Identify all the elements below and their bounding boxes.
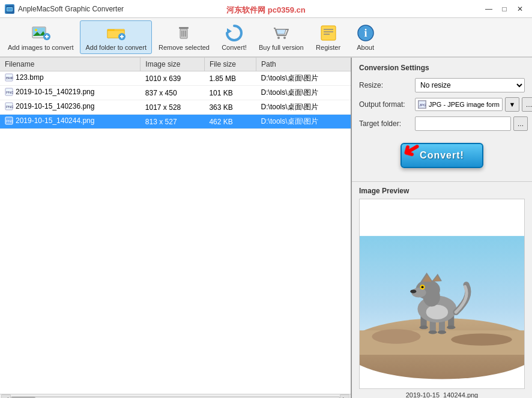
svg-point-47 (429, 330, 437, 334)
remove-selected-button[interactable]: Remove selected (153, 20, 215, 54)
register-icon (319, 23, 338, 43)
minimize-button[interactable]: — (482, 3, 496, 15)
remove-selected-icon (174, 23, 193, 43)
add-folder-button[interactable]: Add folder to convert (80, 20, 152, 54)
target-folder-input[interactable] (415, 116, 511, 131)
image-preview-section: Image Preview (352, 182, 532, 398)
conversion-settings: Conversion Settings Resize: No resize Cu… (352, 58, 532, 182)
add-folder-icon (106, 23, 125, 43)
remove-selected-label: Remove selected (159, 44, 210, 51)
svg-marker-19 (227, 28, 232, 34)
cell-file-size: 363 KB (204, 100, 256, 115)
register-button[interactable]: Register (310, 20, 346, 54)
col-image-size[interactable]: Image size (141, 58, 205, 71)
svg-text:i: i (364, 27, 367, 39)
horizontal-scrollbar[interactable]: ◀ ▶ (0, 394, 351, 398)
cell-file-size: 462 KB (204, 115, 256, 129)
svg-rect-22 (321, 26, 336, 40)
cell-filename: PNG 2019-10-15_140236.png (0, 100, 141, 115)
svg-text:PNG: PNG (6, 105, 13, 109)
cell-filename: PNG 2019-10-15_140219.png (0, 86, 141, 100)
about-icon: i (356, 23, 375, 43)
col-filename[interactable]: Filename (0, 58, 141, 71)
svg-rect-9 (46, 35, 47, 38)
svg-point-41 (372, 329, 420, 343)
toolbar: Add images to convert Add folder to conv… (0, 18, 532, 57)
buy-full-icon (271, 23, 291, 43)
file-panel: Filename Image size File size Path BMP 1… (0, 58, 352, 398)
format-dropdown-btn[interactable]: ▼ (505, 97, 519, 112)
svg-text:PNG: PNG (6, 119, 13, 123)
svg-rect-2 (7, 8, 12, 11)
file-table[interactable]: Filename Image size File size Path BMP 1… (0, 58, 351, 394)
output-format-control: JPG JPG - JPEG image form ▼ … (415, 97, 532, 112)
cell-file-size: 101 KB (204, 86, 256, 100)
format-browse-btn[interactable]: … (522, 97, 532, 112)
cell-path: D:\tools\桌面\图片 (256, 71, 351, 86)
close-button[interactable]: ✕ (513, 3, 527, 15)
svg-point-58 (421, 286, 423, 288)
svg-point-5 (35, 29, 37, 31)
table-row[interactable]: PNG 2019-10-15_140219.png 837 x 450 101 … (0, 86, 351, 100)
about-label: About (357, 44, 374, 51)
svg-point-42 (451, 333, 512, 345)
target-folder-label: Target folder: (359, 119, 410, 128)
svg-point-49 (419, 325, 428, 329)
target-folder-row: Target folder: … (359, 116, 525, 131)
main-content: Filename Image size File size Path BMP 1… (0, 57, 532, 398)
cell-path: D:\tools\桌面\图片 (256, 100, 351, 115)
maximize-button[interactable]: □ (497, 3, 512, 15)
title-bar: AnpleMacSoft Graphic Converter 河东软件网 pc0… (0, 0, 532, 18)
cell-filename: BMP 123.bmp (0, 71, 141, 86)
svg-rect-13 (121, 35, 122, 38)
table-header: Filename Image size File size Path (0, 58, 351, 71)
cell-path: D:\tools\桌面\图片 (256, 86, 351, 100)
format-display[interactable]: JPG JPG - JPEG image form (415, 98, 503, 111)
register-label: Register (316, 44, 340, 51)
svg-text:JPG: JPG (419, 103, 426, 107)
cell-file-size: 1.85 MB (204, 71, 256, 86)
cell-filename: PNG 2019-10-15_140244.png (0, 115, 141, 129)
table-row[interactable]: PNG 2019-10-15_140244.png 813 x 527 462 … (0, 115, 351, 129)
add-folder-label: Add folder to convert (85, 44, 147, 51)
target-folder-control: … (415, 116, 528, 131)
output-format-row: Output format: JPG JPG - JPEG image form… (359, 97, 525, 112)
resize-label: Resize: (359, 81, 410, 89)
format-value: JPG - JPEG image form (429, 101, 500, 108)
app-icon (5, 4, 14, 14)
preview-image (360, 199, 524, 388)
svg-point-50 (447, 325, 455, 329)
cell-image-size: 837 x 450 (141, 86, 205, 100)
convert-icon (225, 23, 244, 43)
add-images-icon (31, 23, 50, 43)
preview-box (359, 199, 525, 389)
table-row[interactable]: BMP 123.bmp 1010 x 639 1.85 MB D:\tools\… (0, 71, 351, 86)
window-controls: — □ ✕ (482, 3, 527, 15)
app-title: AnpleMacSoft Graphic Converter (18, 5, 124, 13)
buy-full-button[interactable]: Buy full version (253, 20, 309, 54)
convert-main-button[interactable]: Convert! (401, 143, 483, 168)
add-images-label: Add images to convert (8, 44, 73, 51)
scroll-left-arrow[interactable]: ◀ (1, 394, 11, 399)
conversion-settings-title: Conversion Settings (359, 64, 525, 72)
table-row[interactable]: PNG 2019-10-15_140236.png 1017 x 528 363… (0, 100, 351, 115)
svg-point-21 (283, 37, 286, 39)
resize-control: No resize Custom size Fit to width Fit t… (415, 78, 525, 92)
resize-select[interactable]: No resize Custom size Fit to width Fit t… (415, 78, 525, 92)
scroll-track[interactable] (11, 396, 340, 399)
target-folder-browse-btn[interactable]: … (513, 116, 528, 131)
svg-point-20 (277, 37, 280, 39)
svg-text:BMP: BMP (6, 76, 13, 80)
convert-toolbar-button[interactable]: Convert! (216, 20, 252, 54)
resize-row: Resize: No resize Custom size Fit to wid… (359, 78, 525, 92)
buy-full-label: Buy full version (259, 44, 304, 51)
col-file-size[interactable]: File size (204, 58, 256, 71)
convert-btn-area: Convert! (359, 136, 525, 175)
image-preview-title: Image Preview (359, 187, 525, 195)
svg-text:PNG: PNG (6, 91, 13, 94)
scroll-right-arrow[interactable]: ▶ (340, 394, 349, 399)
about-button[interactable]: i About (348, 20, 384, 54)
cell-image-size: 1010 x 639 (141, 71, 205, 86)
add-images-button[interactable]: Add images to convert (2, 20, 79, 54)
col-path[interactable]: Path (256, 58, 351, 71)
